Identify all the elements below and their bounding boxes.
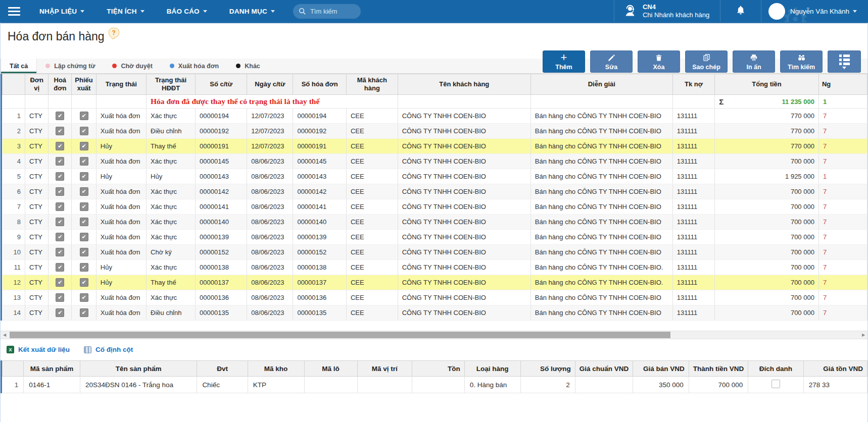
menu-nhap-lieu[interactable]: NHẬP LIỆU	[28, 0, 95, 22]
column-header[interactable]: Giá tồn VND	[803, 361, 867, 377]
column-header[interactable]: Số lượng	[520, 361, 575, 377]
invoice-checkbox[interactable]: ✔	[56, 187, 64, 196]
column-header[interactable]: Giá chuẩn VND	[575, 361, 633, 377]
copy-button[interactable]: Sao chép	[685, 50, 728, 73]
invoice-checkbox[interactable]: ✔	[56, 263, 64, 272]
column-header[interactable]: Phiếu xuất	[72, 74, 97, 95]
receipt-checkbox[interactable]: ✔	[80, 172, 88, 181]
column-header[interactable]: Tk nợ	[672, 74, 715, 95]
scroll-right-arrow[interactable]: ▶	[859, 331, 867, 339]
search-input[interactable]	[310, 8, 353, 15]
column-header[interactable]: Hoá đơn	[49, 74, 72, 95]
receipt-checkbox[interactable]: ✔	[80, 218, 88, 226]
receipt-checkbox[interactable]: ✔	[80, 142, 88, 150]
invoice-checkbox[interactable]: ✔	[56, 233, 64, 241]
column-header[interactable]: Tên sản phẩm	[80, 361, 197, 377]
export-data-link[interactable]: X Kết xuất dữ liệu	[7, 346, 70, 353]
invoice-checkbox[interactable]: ✔	[56, 142, 64, 150]
invoice-checkbox[interactable]: ✔	[56, 127, 64, 135]
table-row[interactable]: 14CTY✔✔Xuất hóa đơnĐiều chỉnh0000013508/…	[3, 305, 867, 321]
delete-button[interactable]: Xóa	[638, 50, 680, 73]
table-row[interactable]: 3CTY✔✔HủyThay thế0000019112/07/202300000…	[3, 139, 867, 154]
tab-khac[interactable]: Khác	[227, 59, 269, 73]
support-headset-icon[interactable]	[622, 4, 638, 19]
tab-lap-chung-tu[interactable]: Lập chứng từ	[37, 59, 104, 73]
invoice-checkbox[interactable]: ✔	[56, 157, 64, 166]
scrollbar-thumb[interactable]	[10, 332, 670, 338]
table-row[interactable]: 13CTY✔✔Xuất hóa đơnXác thực0000013608/06…	[3, 290, 867, 305]
invoice-checkbox[interactable]: ✔	[56, 172, 64, 181]
receipt-checkbox[interactable]: ✔	[80, 308, 88, 317]
receipt-checkbox[interactable]: ✔	[80, 127, 88, 135]
table-row[interactable]: 1CTY✔✔Xuất hóa đơnXác thực0000019412/07/…	[3, 109, 867, 124]
table-row[interactable]: 9CTY✔✔Xuất hóa đơnXác thực0000013908/06/…	[3, 230, 867, 245]
invoice-checkbox[interactable]: ✔	[56, 308, 64, 317]
menu-danh-muc[interactable]: DANH MỤC	[218, 0, 286, 22]
table-row[interactable]: 12CTY✔✔HủyThay thế0000013708/06/20230000…	[3, 275, 867, 290]
column-header[interactable]: Ngày c/từ	[247, 74, 293, 95]
receipt-checkbox[interactable]: ✔	[80, 233, 88, 241]
receipt-checkbox[interactable]: ✔	[80, 263, 88, 272]
grid-options-button[interactable]	[828, 50, 861, 73]
column-header[interactable]: Ng	[818, 74, 867, 95]
scroll-left-arrow[interactable]: ◀	[1, 331, 9, 339]
column-header[interactable]: Đích danh	[748, 361, 804, 377]
receipt-checkbox[interactable]: ✔	[80, 248, 88, 256]
print-button[interactable]: In ấn	[733, 50, 775, 73]
receipt-checkbox[interactable]: ✔	[80, 187, 88, 196]
notifications-button[interactable]	[720, 0, 761, 22]
edit-button[interactable]: Sửa	[590, 50, 633, 73]
specific-checkbox[interactable]	[771, 380, 780, 388]
column-header[interactable]: Diễn giải	[531, 74, 672, 95]
column-header[interactable]: Số hóa đơn	[293, 74, 347, 95]
column-header[interactable]: Tổng tiền	[715, 74, 819, 95]
column-header[interactable]: Trạng thái HĐĐT	[147, 74, 196, 95]
table-row[interactable]: 6CTY✔✔Xuất hóa đơnXác thực0000014208/06/…	[3, 184, 867, 199]
column-header[interactable]: Mã kho	[248, 361, 304, 377]
column-header[interactable]: Thành tiền VND	[689, 361, 748, 377]
invoice-checkbox[interactable]: ✔	[56, 218, 64, 226]
column-header[interactable]: Tồn	[412, 361, 464, 377]
column-header[interactable]: Trạng thái	[96, 74, 146, 95]
tab-xuat-hoa-don[interactable]: Xuất hóa đơn	[161, 59, 227, 73]
column-header[interactable]: Đvt	[197, 361, 248, 377]
receipt-checkbox[interactable]: ✔	[80, 112, 88, 120]
user-menu[interactable]: Nguyễn Văn Khánh	[761, 0, 868, 22]
global-search[interactable]	[293, 4, 361, 19]
column-header[interactable]: Mã lô	[304, 361, 357, 377]
column-header[interactable]: Loại hàng	[464, 361, 520, 377]
receipt-checkbox[interactable]: ✔	[80, 157, 88, 166]
table-row[interactable]: 4CTY✔✔Xuất hóa đơnXác thực0000014508/06/…	[3, 154, 867, 169]
column-header[interactable]: Tên khách hàng	[398, 74, 531, 95]
column-header[interactable]: Giá bán VND	[633, 361, 689, 377]
pin-columns-link[interactable]: Cố định cột	[84, 346, 133, 353]
column-header[interactable]: Mã sản phẩm	[24, 361, 80, 377]
tab-tat-ca[interactable]: Tất cả	[1, 59, 37, 73]
invoice-checkbox[interactable]: ✔	[56, 248, 64, 256]
receipt-checkbox[interactable]: ✔	[80, 293, 88, 302]
invoice-checkbox[interactable]: ✔	[56, 202, 64, 211]
table-row[interactable]: 10146-120S34ĐSN 0146 - Trắng hoaChiếcKTP…	[3, 377, 867, 393]
table-row[interactable]: 7CTY✔✔Xuất hóa đơnXác thực0000014108/06/…	[3, 199, 867, 215]
invoice-checkbox[interactable]: ✔	[56, 278, 64, 287]
column-header[interactable]: Đơn vị	[25, 74, 49, 95]
help-icon[interactable]: ?	[109, 28, 119, 37]
hamburger-menu-icon[interactable]	[0, 0, 28, 22]
search-records-button[interactable]: Tìm kiếm	[780, 50, 823, 73]
table-row[interactable]: 2CTY✔✔Xuất hóa đơnĐiều chỉnh0000019212/0…	[3, 124, 867, 139]
column-header[interactable]: Mã vị trí	[357, 361, 412, 377]
menu-tien-ich[interactable]: TIỆN ÍCH	[95, 0, 155, 22]
add-button[interactable]: + Thêm	[543, 50, 585, 73]
table-row[interactable]: 11CTY✔✔HủyXác thực0000013808/06/20230000…	[3, 260, 867, 275]
horizontal-scrollbar[interactable]: ◀ ▶	[1, 331, 867, 339]
invoice-checkbox[interactable]: ✔	[56, 293, 64, 302]
tab-cho-duyet[interactable]: Chờ duyệt	[104, 59, 161, 73]
table-row[interactable]: 10CTY✔✔Xuất hóa đơnChờ ký0000015208/06/2…	[3, 245, 867, 260]
table-row[interactable]: 5CTY✔✔HủyHủy0000014308/06/202300000143CE…	[3, 169, 867, 184]
receipt-checkbox[interactable]: ✔	[80, 202, 88, 211]
receipt-checkbox[interactable]: ✔	[80, 278, 88, 287]
column-header[interactable]: Mã khách hàng	[346, 74, 398, 95]
invoice-checkbox[interactable]: ✔	[56, 112, 64, 120]
menu-bao-cao[interactable]: BÁO CÁO	[156, 0, 218, 22]
column-header[interactable]: Số c/từ	[196, 74, 247, 95]
